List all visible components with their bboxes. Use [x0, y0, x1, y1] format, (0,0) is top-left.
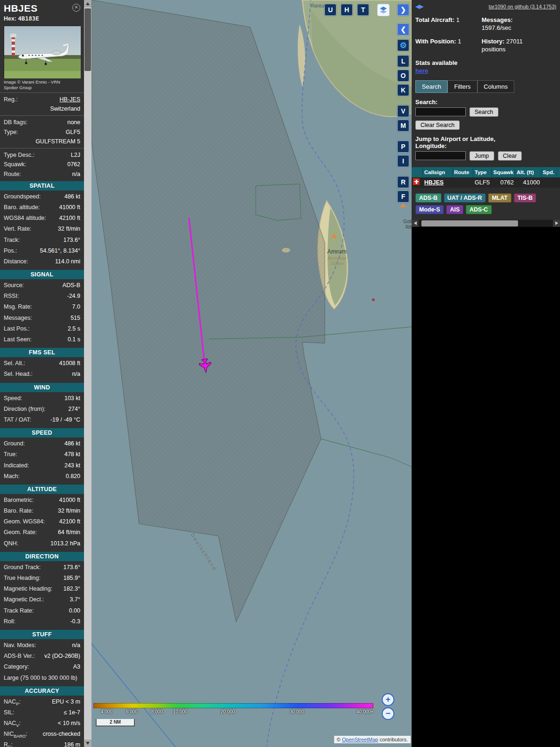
row-value: 41008 ft: [59, 359, 80, 367]
map-toggle-button[interactable]: U: [324, 4, 336, 16]
row-label: Ground Track:: [4, 564, 41, 572]
aircraft-photo[interactable]: [4, 26, 80, 78]
stats-here-link[interactable]: here: [415, 67, 428, 74]
aircraft-table: Callsign Route Type Squawk Alt. (ft) Spd…: [412, 167, 560, 188]
data-row: Baro. Rate: 32 ft/min: [4, 506, 80, 517]
map-canvas[interactable]: Rantum Amrum Amrumer Dünen Goting Riff D…: [91, 0, 412, 747]
row-value: v2 (DO-260B): [44, 652, 80, 660]
source-filter-badge[interactable]: Mode-S: [415, 205, 444, 214]
settings-button[interactable]: ⚙: [397, 39, 409, 51]
scroll-up-icon[interactable]: [84, 0, 91, 7]
map-layer-toggle-button[interactable]: R: [397, 176, 409, 188]
source-filter-badge[interactable]: ADS-B: [415, 193, 441, 203]
aircraft-row[interactable]: HBJES GLF5 0762 41000: [412, 177, 560, 188]
row-label: QNH:: [4, 540, 18, 549]
github-link[interactable]: tar1090 on github (3.14.1753): [489, 4, 556, 9]
map-layer-toggle-button[interactable]: O: [397, 70, 409, 82]
row-value: 0.820: [66, 472, 80, 480]
jump-input[interactable]: [415, 151, 466, 160]
legend-tick-label: 6 000: [126, 709, 138, 714]
legend-tick-labels: 4 000 6 000 8 000 10 000 20 000 30 000 4…: [93, 708, 373, 715]
scrollbar-thumb[interactable]: [421, 220, 518, 226]
zoom-in-button[interactable]: +: [382, 693, 394, 706]
flag-column-header[interactable]: [412, 167, 423, 177]
search-input[interactable]: [415, 107, 466, 116]
map-layer-toggle-button[interactable]: F: [397, 190, 409, 203]
data-row: Geom. WGS84: 42100 ft: [4, 517, 80, 528]
layers-button[interactable]: [377, 4, 390, 16]
panel-tab[interactable]: Columns: [477, 80, 514, 93]
map-layer-toggle-button[interactable]: M: [397, 120, 409, 132]
squawk-label: Squawk:: [4, 161, 26, 168]
jump-label: Jump to Airport or Latitude, Longitude:: [415, 135, 527, 149]
left-panel-scrollbar[interactable]: [84, 0, 91, 747]
scroll-right-icon[interactable]: [553, 220, 560, 227]
map-layer-toggle-button[interactable]: V: [397, 105, 409, 117]
expand-panel-button[interactable]: ❯: [397, 4, 409, 16]
section-header-altitude: ALTITUDE: [0, 485, 84, 494]
altitude-legend: 4 000 6 000 8 000 10 000 20 000 30 000 4…: [93, 703, 373, 715]
source-filter-badge[interactable]: ADS-C: [466, 205, 492, 214]
squawk-column-header[interactable]: Squawk: [492, 167, 515, 177]
type-value: GLF5: [66, 128, 80, 136]
panel-resize-icon[interactable]: ◀▶: [415, 3, 423, 10]
photo-credit-line2: Spotter Group: [4, 85, 32, 90]
section-header-direction: DIRECTION: [0, 552, 84, 561]
map-layer-toggle-button[interactable]: P: [397, 141, 409, 153]
scroll-left-icon[interactable]: [412, 220, 419, 227]
jump-button[interactable]: Jump: [469, 151, 494, 161]
jump-clear-button[interactable]: Clear: [498, 151, 522, 161]
section-stuff-rows: Nav. Modes: n/a ADS-B Ver.: v2 (DO-260B)…: [4, 641, 80, 684]
altitude-gradient-bar: [93, 703, 373, 708]
spd-column-header[interactable]: Spd.: [541, 167, 557, 177]
row-label: NACP:: [4, 698, 21, 707]
panel-tab[interactable]: Search: [415, 80, 448, 93]
route-column-header[interactable]: Route: [453, 167, 473, 177]
source-filter-badge[interactable]: MLAT: [488, 193, 511, 203]
row-label: Mach:: [4, 472, 20, 481]
table-horizontal-scrollbar[interactable]: [412, 220, 560, 227]
data-row: Track Rate: 0.00: [4, 606, 80, 617]
clear-search-button[interactable]: Clear Search: [415, 120, 460, 130]
reg-row: Reg.: HB-JES: [4, 95, 80, 104]
data-row: SIL: ≤ 1e-7: [4, 708, 80, 719]
section-header-fms: FMS SEL: [0, 348, 84, 357]
map-layer-toggle-button[interactable]: L: [397, 55, 409, 67]
data-row: Distance: 114.0 nmi: [4, 257, 80, 268]
map-toggle-button[interactable]: T: [357, 4, 369, 16]
source-filter-badge[interactable]: UAT / ADS-R: [444, 193, 486, 203]
data-row: Magnetic Heading: 182.3°: [4, 584, 80, 595]
search-button[interactable]: Search: [469, 107, 498, 117]
country-value: Switzerland: [50, 105, 80, 113]
source-filter-badge[interactable]: AIS: [446, 205, 463, 214]
map-layer-toggle-button[interactable]: K: [397, 84, 409, 96]
row-label: Magnetic Decl.:: [4, 596, 44, 605]
map-layer-toggle-button[interactable]: I: [397, 155, 409, 167]
photo-credit: Image © Varani Ennio - VRN Spotter Group: [4, 79, 80, 91]
row-label: Barometric:: [4, 496, 34, 505]
scrollbar-thumb[interactable]: [84, 8, 91, 71]
data-row: RC: 186 m: [4, 740, 80, 747]
panel-tab[interactable]: Filters: [448, 80, 477, 93]
registration-link[interactable]: HB-JES: [60, 96, 80, 103]
collapse-panel-button[interactable]: ❮: [397, 23, 409, 35]
map-toggle-button[interactable]: H: [341, 4, 353, 16]
data-row: NACV: < 10 m/s: [4, 719, 80, 729]
scroll-down-icon[interactable]: [84, 740, 91, 747]
zoom-out-button[interactable]: −: [382, 707, 394, 720]
alt-column-header[interactable]: Alt. (ft): [515, 167, 541, 177]
scrollbar-track[interactable]: [419, 220, 553, 227]
data-row: ADS-B Ver.: v2 (DO-260B): [4, 651, 80, 662]
data-row: Source: ADS-B: [4, 281, 80, 291]
callsign-column-header[interactable]: Callsign: [423, 167, 453, 177]
map[interactable]: Rantum Amrum Amrumer Dünen Goting Riff D…: [91, 0, 412, 747]
section-header-speed: SPEED: [0, 428, 84, 437]
callsign-link[interactable]: HBJES: [424, 179, 444, 186]
type-column-header[interactable]: Type: [473, 167, 492, 177]
data-row: QNH: 1013.2 hPa: [4, 539, 80, 550]
gear-icon: ⚙: [399, 41, 406, 50]
close-icon[interactable]: ✕: [72, 4, 80, 12]
row-value: 41000 ft: [59, 204, 80, 211]
osm-link[interactable]: OpenStreetMap: [342, 737, 378, 742]
source-filter-badge[interactable]: TIS-B: [514, 193, 537, 203]
